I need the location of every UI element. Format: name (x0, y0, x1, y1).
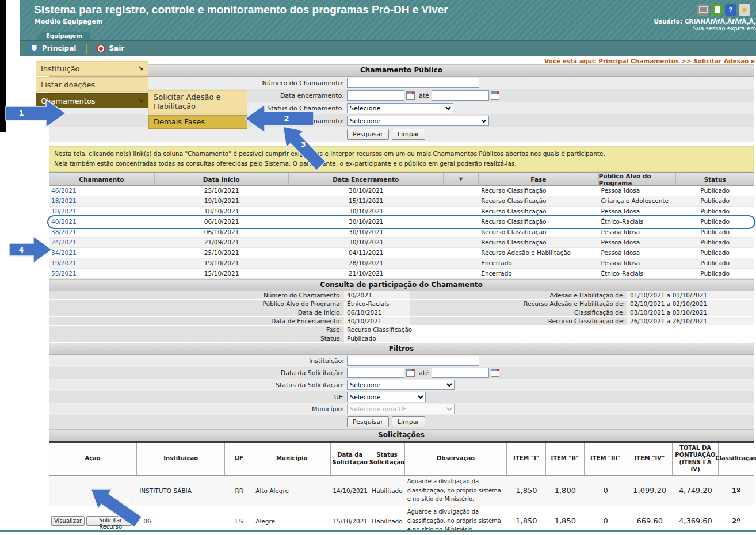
calendar-icon[interactable] (406, 369, 415, 377)
consulta-value: 03/10/2021 a 03/10/2021 (627, 308, 754, 316)
solicitar-recurso-button[interactable]: Solicitar Recurso (86, 516, 135, 526)
cham-cell-data-inicio: 21/09/2021 (155, 238, 289, 248)
tab-equipagem[interactable]: Equipagem (36, 32, 91, 41)
calendar-icon[interactable] (491, 91, 499, 100)
chamamento-link[interactable]: 40/2021 (51, 218, 77, 225)
filtro-instituicao-input[interactable] (347, 356, 479, 366)
cham-cell-data-encerramento: 15/11/2021 (289, 196, 444, 207)
sort-down-icon[interactable]: ▼ (459, 177, 463, 182)
sol-cell-data: 14/10/2021 (331, 476, 369, 506)
menu-item-listar-doações[interactable]: Listar doações (36, 77, 148, 92)
calendar-icon[interactable] (491, 369, 499, 377)
chamamento-link[interactable]: 18/2021 (51, 197, 77, 204)
filtro-data-ate-input[interactable] (432, 368, 489, 378)
cham-cell-sort-spacer (444, 248, 479, 258)
cham-cell-publico-alvo: Pessoa Idosa (599, 258, 677, 269)
data-encerramento-de-input[interactable] (347, 90, 404, 101)
shield-icon (30, 45, 38, 52)
numero-chamamento-input[interactable] (347, 78, 479, 88)
breadcrumb: Você está aqui: Principal Chamamentos >>… (544, 58, 755, 64)
consulta-value: Recurso Classificação (344, 326, 410, 334)
visualizar-button[interactable]: Visualizar (51, 516, 85, 526)
sol-header-10: ITEM "IV" (627, 443, 673, 475)
sol-header-8: ITEM "II" (546, 443, 585, 475)
sol-cell-item-iv: 1,099.20 (627, 476, 673, 506)
consulta-label: Adesão e Habilitação de: (410, 291, 627, 299)
cham-cell-publico-alvo: Étnico-Raciais (599, 269, 677, 279)
submenu-arrow-icon: ↘ (138, 64, 143, 72)
cham-cell-status: Publicado (676, 196, 754, 207)
menu-item-instituição[interactable]: Instituição↘ (36, 61, 148, 76)
menubar-item-principal[interactable]: Principal (20, 41, 86, 56)
cham-cell-status: Publicado (676, 258, 754, 269)
consulta-value: Publicado (344, 334, 410, 342)
filtros-limpar-button[interactable]: Limpar (392, 416, 425, 427)
consulta-detail-row: Público Alvo do Programa:Étnico-RaciaisR… (49, 300, 754, 308)
filtro-status-select[interactable]: Selecione (347, 380, 455, 390)
cham-cell-publico-alvo: Pessoa Idosa (599, 207, 677, 217)
filtro-uf-row: UF: Selecione (49, 391, 754, 403)
cham-cell-status: Publicado (676, 269, 754, 279)
sort-indicator[interactable]: ▼ (444, 173, 479, 186)
chamamentos-table-header: ChamamentoData InícioData Encerramento▼F… (49, 172, 754, 186)
consulta-details: Número do Chamamento:40/2021Adesão e Hab… (49, 291, 754, 342)
session-expiry-label: Sua sessão expira em (693, 25, 756, 32)
window-icon[interactable] (697, 4, 709, 16)
limpar-button[interactable]: Limpar (392, 129, 425, 140)
consulta-section-title: Consulta de participação do Chamamento (49, 279, 754, 291)
filtro-uf-label: UF: (49, 393, 347, 401)
submenu-item-demais-fases[interactable]: Demais Fases (148, 115, 247, 129)
menu-item-chamamentos[interactable]: Chamamentos↘ (36, 93, 148, 108)
cham-cell-sort-spacer (444, 269, 479, 279)
star-icon[interactable]: ★ (739, 4, 750, 16)
page-title: Sistema para registro, controle e monito… (34, 3, 448, 16)
user-label: Usuário: CRIANÃfÃfÃ,ÃfÃfÃ,Ã, (654, 18, 756, 25)
sol-cell-municipio: Alto Alegre (253, 476, 331, 506)
notes-icon[interactable] (711, 4, 723, 16)
bottom-strip (0, 530, 756, 532)
cham-cell-chamamento: 19/2021 (49, 258, 155, 269)
menubar-item-sair[interactable]: Sair (87, 41, 135, 56)
calendar-icon[interactable] (406, 91, 415, 100)
submenu-item-solicitar-adesão-e-habilitação[interactable]: Solicitar Adesão e Habilitação (148, 90, 247, 114)
consulta-empty (627, 334, 754, 342)
chamamento-link[interactable]: 19/2021 (51, 259, 77, 266)
cham-cell-data-inicio: 18/10/2021 (155, 207, 289, 217)
chamamento-link[interactable]: 34/2021 (51, 249, 77, 256)
cham-cell-data-inicio: 19/10/2021 (155, 196, 289, 207)
consulta-empty (410, 326, 627, 334)
consulta-value: 01/10/2021 a 01/10/2021 (627, 291, 754, 299)
annotation-arrow-4 (9, 236, 52, 263)
sol-header-11: TOTAL DA PONTUAÇÃO (ITENS I À IV) (673, 443, 719, 475)
cham-cell-data-encerramento: 30/10/2021 (289, 217, 444, 227)
consulta-detail-row: Data de Início:06/10/2021Classificação d… (49, 308, 754, 316)
info-line-1: Nesta tela, clicando no(s) link(s) da co… (54, 149, 749, 159)
sol-cell-status: Habilitado (369, 476, 404, 506)
sol-cell-total: 4,749.20 (673, 476, 719, 506)
chamamento-link[interactable]: 24/2021 (51, 239, 77, 246)
consulta-value: 06/10/2021 (344, 308, 410, 316)
filtro-data-de-input[interactable] (347, 368, 404, 378)
filtro-uf-select[interactable]: Selecione (347, 392, 426, 402)
filtros-pesquisar-button[interactable]: Pesquisar (347, 416, 389, 427)
cham-cell-data-inicio: 15/10/2021 (155, 269, 289, 279)
filtro-municipio-select[interactable]: Selecione uma UF (347, 404, 455, 414)
sol-header-5: Status Solicitação (369, 443, 404, 475)
chamamento-link[interactable]: 18/2021 (51, 208, 77, 215)
chamamento-link[interactable]: 38/2021 (51, 228, 77, 235)
chamamento-link[interactable]: 55/2021 (51, 270, 77, 277)
cham-cell-status: Publicado (676, 186, 754, 196)
data-encerramento-ate-input[interactable] (432, 90, 489, 101)
solicitacoes-table-header: AçãoInstituiçãoUFMunicípioData da Solici… (49, 441, 754, 476)
cham-cell-sort-spacer (444, 186, 479, 196)
publico-alvo-select[interactable]: Selecione (347, 116, 489, 126)
pesquisar-button[interactable]: Pesquisar (347, 129, 389, 140)
menu-item-label: Instituição (41, 64, 80, 73)
status-chamamento-select[interactable]: Selecione (347, 103, 453, 113)
left-black-bar (0, 0, 6, 132)
table-row: 18/202119/10/202115/11/2021Recurso Class… (49, 196, 754, 207)
submenu-arrow-icon: ↘ (138, 97, 143, 105)
cham-header-label: Status (704, 176, 726, 183)
chamamento-link[interactable]: 46/2021 (51, 187, 77, 194)
help-icon[interactable]: ? (725, 4, 736, 16)
